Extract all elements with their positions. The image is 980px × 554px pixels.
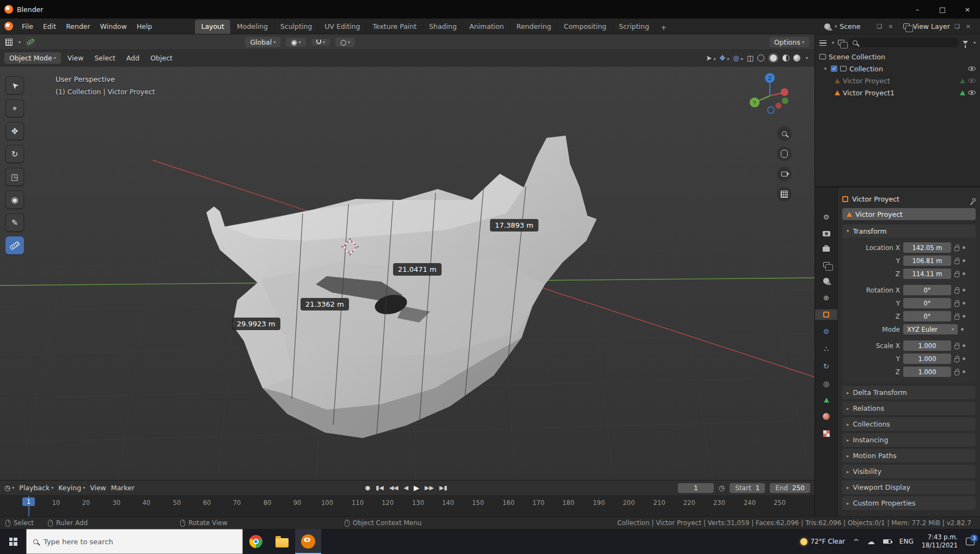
taskbar-chrome[interactable] — [243, 529, 269, 554]
scanned-rock-mesh[interactable] — [206, 136, 597, 438]
scale-x-field[interactable]: 1.000 — [903, 340, 951, 351]
tab-sculpting[interactable]: Sculpting — [274, 20, 318, 34]
animate-dot[interactable] — [963, 302, 965, 305]
tab-particle-properties[interactable]: ∴ — [815, 343, 837, 355]
playback-menu[interactable]: Playback▾ — [19, 484, 53, 492]
pin-icon[interactable] — [972, 197, 976, 202]
jump-to-start-button[interactable]: ▮◀ — [376, 484, 384, 491]
close-button[interactable]: × — [955, 0, 980, 19]
outliner-item-label[interactable]: Victor Proyect1 — [843, 89, 895, 97]
taskbar-search[interactable]: Type here to search — [26, 529, 243, 554]
lock-icon[interactable] — [954, 260, 959, 264]
tab-render-properties[interactable] — [815, 229, 837, 239]
viewport-menu-add[interactable]: Add — [122, 52, 144, 64]
lock-icon[interactable] — [954, 289, 959, 294]
transform-panel-header[interactable]: ▾ Transform — [842, 224, 976, 238]
play-reverse-button[interactable]: ◀ — [404, 484, 408, 491]
new-view-layer-icon[interactable]: ❏ — [953, 22, 961, 31]
outliner-item-label[interactable]: Victor Proyect — [843, 77, 890, 85]
gizmo-z-axis[interactable]: Z — [768, 76, 771, 81]
lock-icon[interactable] — [954, 358, 959, 362]
timeline-view-menu[interactable]: View — [90, 484, 106, 492]
scale-tool[interactable]: ◳ — [5, 168, 24, 186]
next-keyframe-button[interactable]: ▶▶ — [425, 484, 434, 491]
tab-uv-editing[interactable]: UV Editing — [318, 20, 366, 34]
animate-dot[interactable] — [963, 315, 965, 318]
menu-edit[interactable]: Edit — [38, 21, 61, 32]
viewport-menu-object[interactable]: Object — [146, 52, 177, 64]
select-visibility-toggle[interactable]: ➤▾ — [706, 54, 715, 62]
tab-material-properties[interactable] — [815, 411, 837, 422]
orthographic-toggle-button[interactable] — [777, 187, 792, 202]
add-workspace-button[interactable]: + — [656, 21, 671, 34]
location-y-field[interactable]: 106.81 m — [903, 255, 951, 266]
animate-dot[interactable] — [963, 289, 965, 291]
tab-physics-properties[interactable]: ↻ — [815, 361, 837, 372]
display-mode-icon[interactable] — [838, 40, 844, 45]
gizmos-toggle[interactable]: ✥▾ — [719, 54, 729, 62]
section-relations[interactable]: ▸Relations — [842, 401, 976, 415]
shading-solid-toggle[interactable] — [768, 53, 779, 63]
collection-checkbox[interactable]: ✓ — [831, 65, 837, 72]
scale-y-field[interactable]: 1.000 — [903, 354, 951, 364]
cursor-tool[interactable]: ⌖ — [5, 99, 24, 117]
lock-icon[interactable] — [954, 345, 959, 349]
tab-animation[interactable]: Animation — [463, 20, 511, 34]
animate-dot[interactable] — [963, 357, 965, 360]
animate-dot[interactable] — [963, 259, 965, 262]
tab-world-properties[interactable]: ⊕ — [815, 292, 837, 303]
previous-keyframe-button[interactable]: ◀◀ — [389, 484, 399, 491]
tab-rendering[interactable]: Rendering — [511, 20, 558, 34]
tab-object-data-properties[interactable] — [815, 395, 837, 405]
jump-to-end-button[interactable]: ▶▮ — [439, 484, 448, 491]
measurement-label[interactable]: 17.3893 m — [490, 219, 538, 232]
overlays-toggle[interactable]: ◎▾ — [733, 54, 743, 62]
menu-file[interactable]: File — [17, 21, 38, 32]
view-layer-name[interactable]: View Layer — [912, 22, 950, 31]
tab-output-properties[interactable] — [815, 245, 837, 254]
clock-widget[interactable]: 7:43 p.m. 18/11/2021 — [922, 533, 958, 550]
transform-orientation-dropdown[interactable]: Global▾ — [245, 37, 280, 47]
play-button[interactable]: ▶ — [414, 484, 419, 492]
section-motion-paths[interactable]: ▸Motion Paths — [842, 449, 976, 462]
timeline-ruler[interactable]: 1 10 20 30 40 50 60 70 80 90 100 110 120… — [0, 496, 814, 516]
measurement-label[interactable]: 21.0471 m — [393, 263, 442, 276]
tab-layout[interactable]: Layout — [195, 20, 231, 34]
new-scene-icon[interactable]: ❏ — [875, 22, 884, 31]
section-collections[interactable]: ▸Collections — [842, 417, 976, 431]
current-frame-field[interactable]: 1 — [678, 483, 714, 493]
object-name-field[interactable]: Victor Proyect — [842, 208, 976, 220]
navigation-gizmo[interactable]: Z Y — [747, 71, 793, 118]
outliner-row-victor-proyect1[interactable]: Victor Proyect1 — [815, 87, 980, 99]
keying-menu[interactable]: Keying▾ — [58, 484, 85, 492]
options-dropdown[interactable]: Options▾ — [769, 37, 809, 47]
playhead-frame-badge[interactable]: 1 — [22, 497, 35, 506]
outliner-editor-type-icon[interactable] — [819, 40, 826, 46]
tab-scene-properties[interactable] — [815, 276, 837, 286]
snap-toggle[interactable]: ▾ — [311, 39, 330, 46]
viewport-3d[interactable]: Object Mode▾ View Select Add Object ➤▾ ✥… — [0, 50, 814, 480]
section-instancing[interactable]: ▸Instancing — [842, 433, 976, 447]
animate-dot[interactable] — [963, 370, 965, 373]
tab-compositing[interactable]: Compositing — [558, 20, 612, 34]
breadcrumb-object-name[interactable]: Victor Proyect — [852, 195, 899, 203]
visibility-eye-icon[interactable] — [968, 78, 976, 83]
tab-texture-paint[interactable]: Texture Paint — [366, 20, 423, 34]
auto-keying-clock-icon[interactable]: ◷ — [719, 484, 725, 491]
gizmo-y-axis[interactable]: Y — [752, 100, 756, 106]
move-tool[interactable]: ✥ — [5, 122, 24, 140]
animate-dot[interactable] — [963, 272, 965, 275]
start-frame-field[interactable]: Start1 — [730, 483, 765, 493]
tab-tool-properties[interactable]: ⚙ — [815, 211, 837, 223]
blender-menu-icon[interactable] — [4, 22, 13, 31]
end-frame-field[interactable]: End250 — [770, 483, 810, 493]
maximize-button[interactable]: □ — [930, 0, 955, 19]
xray-toggle[interactable]: ◫ — [747, 54, 754, 62]
remove-view-layer-icon[interactable]: × — [964, 22, 972, 31]
tab-view-layer-properties[interactable] — [815, 260, 837, 270]
select-box-tool[interactable]: ➤ — [5, 76, 24, 94]
measure-tool[interactable] — [5, 236, 24, 254]
camera-view-button[interactable] — [777, 167, 792, 181]
rotate-tool[interactable]: ↻ — [5, 145, 24, 163]
location-z-field[interactable]: 114.11 m — [903, 269, 951, 279]
